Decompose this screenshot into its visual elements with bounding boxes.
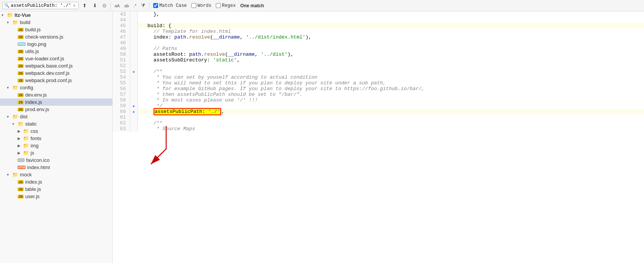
- line-number: 46: [113, 29, 130, 34]
- sidebar-item-utils-js[interactable]: JSutils.js: [0, 48, 112, 55]
- code-area[interactable]: 43 },4445 build: {46 // Template for ind…: [113, 11, 644, 263]
- line-gutter: [130, 11, 138, 17]
- line-content: /**: [138, 69, 644, 74]
- sidebar-item-fonts-folder[interactable]: ▶📁fonts: [0, 135, 112, 142]
- sidebar-item-dev-env-js[interactable]: JSdev.env.js: [0, 91, 112, 98]
- table-row: 46 // Template for index.html: [113, 29, 644, 34]
- folder-icon: 📁: [18, 121, 24, 127]
- sidebar-item-webpack-base-conf-js[interactable]: JSwebpack.base.conf.js: [0, 62, 112, 69]
- folder-icon: 📁: [12, 114, 18, 119]
- tree-arrow: ▾: [2, 13, 6, 17]
- sidebar-item-mock-table-js[interactable]: JStable.js: [0, 186, 112, 193]
- toggle-whole-word-button[interactable]: ab: [123, 3, 130, 9]
- html-file-icon: HTM: [18, 166, 26, 169]
- sidebar-item-webpack-dev-conf-js[interactable]: JSwebpack.dev.conf.js: [0, 69, 112, 77]
- png-file-icon: PNG: [18, 42, 26, 46]
- sidebar-item-vue-loader-conf-js[interactable]: JSvue-loader.conf.js: [0, 55, 112, 62]
- table-row: 52: [113, 63, 644, 69]
- sidebar-item-mock-index-js[interactable]: JSindex.js: [0, 178, 112, 186]
- tree-label: css: [31, 128, 38, 134]
- table-row: 60◆ assetsPublicPath: './',: [113, 109, 644, 115]
- match-case-checkbox[interactable]: [153, 3, 158, 8]
- sidebar-item-config-folder[interactable]: ▾📁config: [0, 84, 112, 91]
- line-number: 60: [113, 109, 130, 115]
- line-content: // Paths: [138, 46, 644, 52]
- search-input[interactable]: [11, 3, 72, 8]
- tree-label: utils.js: [25, 48, 39, 54]
- sidebar-item-prod-env-js[interactable]: JSprod.env.js: [0, 106, 112, 113]
- sidebar-item-js-folder[interactable]: ▶📁js: [0, 149, 112, 157]
- regex-option[interactable]: Regex: [216, 3, 236, 8]
- js-file-icon: JS: [18, 180, 24, 184]
- table-row: 58 * In most cases please use '/' !!!: [113, 97, 644, 103]
- js-file-icon: JS: [18, 71, 24, 75]
- tree-arrow: ▶: [18, 129, 22, 133]
- tree-arrow: ▶: [18, 151, 22, 155]
- line-content: build: {: [138, 23, 644, 29]
- tree-arrow: ▾: [7, 115, 11, 119]
- filter-button[interactable]: ⧩: [139, 2, 147, 10]
- line-number: 48: [113, 40, 130, 46]
- match-result: One match: [240, 3, 264, 8]
- separator-2: [149, 2, 149, 9]
- line-content: * then assetsPublicPath should be set to…: [138, 92, 644, 97]
- sidebar-item-favicon-ico[interactable]: ICOfavicon.ico: [0, 157, 112, 164]
- sidebar-item-index-js[interactable]: JSindex.js: [0, 98, 112, 106]
- words-label: Words: [197, 3, 211, 8]
- words-checkbox[interactable]: [191, 3, 196, 8]
- sidebar-item-build-folder[interactable]: ▾📁build: [0, 19, 112, 26]
- search-next-button[interactable]: ⬇: [91, 2, 99, 10]
- folder-icon: 📁: [12, 19, 18, 25]
- sidebar-item-img-folder[interactable]: ▶📁img: [0, 142, 112, 149]
- sidebar-item-css-folder[interactable]: ▶📁css: [0, 127, 112, 135]
- sidebar-item-webpack-prod-conf-js[interactable]: JSwebpack.prod.conf.js: [0, 77, 112, 84]
- sidebar-item-build-js[interactable]: JSbuild.js: [0, 26, 112, 33]
- line-content: assetsSubDirectory: 'static',: [138, 57, 644, 63]
- line-number: 45: [113, 23, 130, 29]
- search-clear-icon[interactable]: ✕: [73, 3, 76, 8]
- js-file-icon: JS: [18, 35, 24, 39]
- sidebar-item-check-versions-js[interactable]: JScheck-versions.js: [0, 33, 112, 40]
- line-gutter: [130, 86, 138, 92]
- sidebar-item-logo-png[interactable]: PNGlogo.png: [0, 40, 112, 48]
- line-content: /**: [138, 120, 644, 126]
- separator-1: [110, 2, 111, 9]
- toggle-case-sensitive-button[interactable]: aA: [113, 3, 121, 9]
- sidebar-item-dist-folder[interactable]: ▾📁dist: [0, 113, 112, 120]
- tree-arrow: ▾: [7, 86, 11, 90]
- line-content: assetsPublicPath: './',: [138, 109, 644, 115]
- sidebar-item-mock-user-js[interactable]: JSuser.js: [0, 193, 112, 200]
- table-row: 44: [113, 17, 644, 23]
- folder-icon: 📁: [12, 172, 18, 177]
- toggle-regex-button[interactable]: .*: [132, 3, 138, 9]
- line-number: 57: [113, 92, 130, 97]
- folder-icon: 📁: [23, 150, 29, 156]
- js-file-icon: JS: [18, 79, 24, 82]
- line-number: 54: [113, 74, 130, 80]
- words-option[interactable]: Words: [191, 3, 211, 8]
- line-content: [138, 40, 644, 46]
- match-case-option[interactable]: Match Case: [153, 3, 187, 8]
- js-file-icon: JS: [18, 50, 24, 53]
- search-prev-button[interactable]: ⬆: [80, 2, 89, 10]
- line-gutter: [130, 34, 138, 40]
- search-open-in-results-button[interactable]: ⊙: [101, 2, 108, 9]
- line-gutter: [130, 29, 138, 34]
- line-number: 56: [113, 86, 130, 92]
- sidebar-item-static-folder[interactable]: ▾📁static: [0, 120, 112, 127]
- line-number: 58: [113, 97, 130, 103]
- tree-label: webpack.dev.conf.js: [25, 70, 70, 76]
- search-bar: 🔍 ✕ ⬆ ⬇ ⊙ aA ab .* ⧩ Match Case Words Re…: [0, 0, 644, 11]
- js-file-icon: JS: [18, 195, 24, 198]
- line-gutter: [130, 46, 138, 52]
- tree-label: vue-loader.conf.js: [25, 56, 64, 61]
- table-row: 63 * Source Maps: [113, 126, 644, 132]
- js-file-icon: JS: [18, 108, 24, 111]
- sidebar-item-mock-folder[interactable]: ▾📁mock: [0, 171, 112, 178]
- regex-checkbox[interactable]: [216, 3, 221, 8]
- line-gutter: [130, 120, 138, 126]
- tree-arrow: ▾: [7, 173, 11, 177]
- js-file-icon: JS: [18, 28, 24, 32]
- sidebar-item-ltz-vue-root[interactable]: ▾📁ltz-Vue: [0, 11, 112, 19]
- sidebar-item-index-html[interactable]: HTMindex.html: [0, 164, 112, 171]
